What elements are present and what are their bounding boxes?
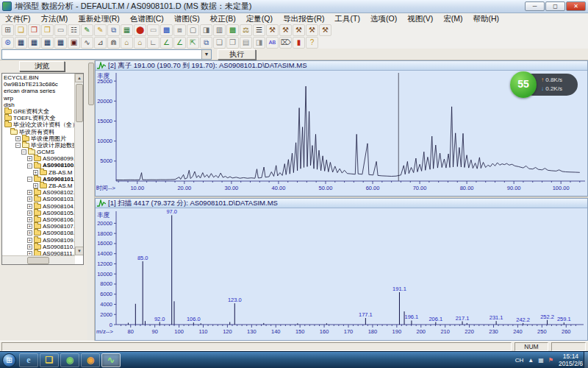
picture-icon[interactable]: ▦ <box>121 24 133 36</box>
expand-icon[interactable]: + <box>33 170 38 175</box>
expand-icon[interactable]: + <box>27 197 32 202</box>
report2-icon[interactable]: ◨ <box>253 37 265 49</box>
tile-color-icon[interactable]: ▩ <box>160 24 173 36</box>
tree-item-AS0908109.D[interactable]: +AS0908109.D <box>2 237 74 244</box>
collapse-icon[interactable]: − <box>15 143 21 148</box>
tree-hscroll-thumb[interactable] <box>27 257 49 264</box>
expand-icon[interactable]: + <box>27 204 32 209</box>
tree-item-毕设使用图片[interactable]: +毕设使用图片 <box>2 135 74 142</box>
window-icon[interactable]: ⊞ <box>1 24 14 36</box>
menu-谱图S[interactable]: 谱图(S) <box>169 13 205 24</box>
grid-window-icon[interactable]: ▥ <box>213 24 226 36</box>
snapshot-icon[interactable]: ▭ <box>54 24 67 36</box>
scales-icon[interactable]: ⚖ <box>240 24 252 36</box>
tree-item-AS0908099.D[interactable]: +AS0908099.D <box>2 155 74 162</box>
expand-icon[interactable]: + <box>15 136 21 141</box>
menu-方法M[interactable]: 方法(M) <box>35 13 73 24</box>
ab-text-icon[interactable]: AB <box>266 37 279 49</box>
recalibrate-icon[interactable]: ∠ <box>173 37 186 49</box>
tree-horizontal-scrollbar[interactable] <box>2 255 75 264</box>
red-tool-icon[interactable]: ▮ <box>293 37 305 49</box>
globe-icon[interactable]: ⊛ <box>1 37 14 49</box>
tree-item-AS0908101.D[interactable]: −AS0908101.D <box>2 176 74 183</box>
baseline-corner-icon[interactable]: ∟ <box>147 37 159 49</box>
expand-icon[interactable]: + <box>27 156 32 161</box>
tic-view-icon[interactable]: ▦ <box>15 37 27 49</box>
tree-item-毕业设计原始数据[interactable]: −毕业设计原始数据 <box>2 142 74 149</box>
open-data-icon[interactable]: ❏ <box>15 24 27 36</box>
hammer-2-icon[interactable]: ⚒ <box>279 24 292 36</box>
integrate-icon[interactable]: ∿ <box>81 37 93 49</box>
orange-app-icon[interactable]: ◉ <box>81 353 100 367</box>
combo-dropdown-icon[interactable]: ▼ <box>201 50 211 59</box>
menu-选项O[interactable]: 选项(O) <box>365 13 402 24</box>
baseline-icon[interactable]: ▭ <box>147 24 159 36</box>
maximize-button[interactable]: ◻ <box>545 1 565 11</box>
scroll-down-icon[interactable]: ▼ <box>75 247 84 255</box>
execute-button[interactable]: 执行 <box>218 49 256 60</box>
green-plot-icon[interactable]: ▩ <box>226 24 239 36</box>
menu-定量Q[interactable]: 定量(Q) <box>241 13 278 24</box>
list-icon[interactable]: ☰ <box>253 24 265 36</box>
save-data-icon[interactable]: ❐ <box>28 24 40 36</box>
file-tree[interactable]: ECYCLE.BIN0w9B1bTE213c686cerican drama s… <box>1 73 84 265</box>
tree-item-毕设所有资料[interactable]: 毕设所有资料 <box>2 129 74 135</box>
browse-button[interactable]: 浏览 <box>19 61 65 71</box>
spectrum-plot[interactable]: 0200040006000800010000120001400016000180… <box>96 208 587 341</box>
menu-色谱图C[interactable]: 色谱图(C) <box>125 13 169 24</box>
tree-item-GCMS[interactable]: −GCMS <box>2 149 74 155</box>
tree-item-ECYCLE.BIN[interactable]: ECYCLE.BIN <box>2 74 74 81</box>
tree-item-AS0908105.D[interactable]: +AS0908105.D <box>2 210 74 216</box>
hammer-3-icon[interactable]: ⚒ <box>293 24 305 36</box>
tree-item-ZB-AS.M[interactable]: +ZB-AS.M <box>2 183 74 189</box>
collapse-icon[interactable]: − <box>27 163 32 169</box>
ie-icon[interactable]: e <box>19 353 38 367</box>
start-button[interactable]: ⊞ <box>2 353 16 367</box>
tree-vertical-scrollbar[interactable]: ▲ ▼ <box>74 74 83 255</box>
expand-icon[interactable]: + <box>27 190 32 195</box>
menu-宏M[interactable]: 宏(M) <box>438 13 467 24</box>
tree-item-AS0908107.D[interactable]: +AS0908107.D <box>2 223 74 230</box>
library-icon[interactable]: ⌂ <box>121 37 133 49</box>
collapse-icon[interactable]: − <box>27 177 32 182</box>
sim-view-icon[interactable]: ▦ <box>28 37 40 49</box>
eraser-icon[interactable]: ⌦ <box>279 37 292 49</box>
overlay-icon[interactable]: ⧈ <box>173 24 186 36</box>
show-desktop-button[interactable] <box>584 352 588 368</box>
chromatogram-header[interactable]: [2] 离子 191.00 (190.70 到 191.70): AS09081… <box>96 61 587 71</box>
operator-icon[interactable]: ▣ <box>68 37 80 49</box>
page-2-icon[interactable]: ❐ <box>226 37 239 49</box>
tree-item-GRE资料大全[interactable]: GRE资料大全 <box>2 108 74 115</box>
tree-item-AS0908108.D[interactable]: +AS0908108.D <box>2 230 74 236</box>
stop-icon[interactable]: ⬤ <box>134 24 146 36</box>
menu-导出报告R[interactable]: 导出报告(R) <box>278 13 330 24</box>
menu-校正B[interactable]: 校正(B) <box>205 13 241 24</box>
tree-item-wrp[interactable]: wrp <box>2 95 74 102</box>
autoint-icon[interactable]: ⋒ <box>107 37 120 49</box>
hammer-5-icon[interactable]: ⚒ <box>319 24 331 36</box>
expand-icon[interactable]: + <box>27 238 32 243</box>
chart-vertical-scrollbar[interactable] <box>87 60 95 341</box>
hammer-4-icon[interactable]: ⚒ <box>306 24 318 36</box>
help-icon[interactable]: ? <box>306 37 318 49</box>
tree-item-0w9B1bTE213c686c[interactable]: 0w9B1bTE213c686c <box>2 81 74 88</box>
tree-item-AS0908103.D[interactable]: +AS0908103.D <box>2 196 74 202</box>
scroll-up-icon[interactable]: ▲ <box>75 74 84 82</box>
explorer-folder-icon[interactable]: ❏ <box>40 353 59 367</box>
command-combobox[interactable]: ▼ <box>1 49 212 60</box>
expand-icon[interactable]: + <box>27 210 32 216</box>
menu-工具T[interactable]: 工具(T) <box>330 13 365 24</box>
speed-ball-widget[interactable]: ↑ 0.8K/s ↓ 0.2K/s 55 <box>510 71 584 99</box>
spectrum-header[interactable]: [1] 扫描 4417 (79.372 分): AS0908101.D\DATA… <box>96 199 587 208</box>
expand-icon[interactable]: + <box>27 217 32 222</box>
tray-icon-2[interactable]: ⚑ <box>548 357 553 364</box>
tree-item-AS0908100.D[interactable]: −AS0908100.D <box>2 162 74 169</box>
hammer-1-icon[interactable]: ⚒ <box>266 24 279 36</box>
minimize-button[interactable]: ─ <box>525 1 545 11</box>
chart-scroll-thumb[interactable] <box>88 63 94 105</box>
title-bar[interactable]: 增强型 数据分析 - DEFAULT.M / AS0908101.D (MS 数… <box>0 0 588 13</box>
curve-up-icon[interactable]: ⇱ <box>187 37 199 49</box>
blank-window-icon[interactable]: ▢ <box>187 24 199 36</box>
spectrum-view-icon[interactable]: ▦ <box>41 37 54 49</box>
green-app-icon[interactable]: ◉ <box>60 353 79 367</box>
